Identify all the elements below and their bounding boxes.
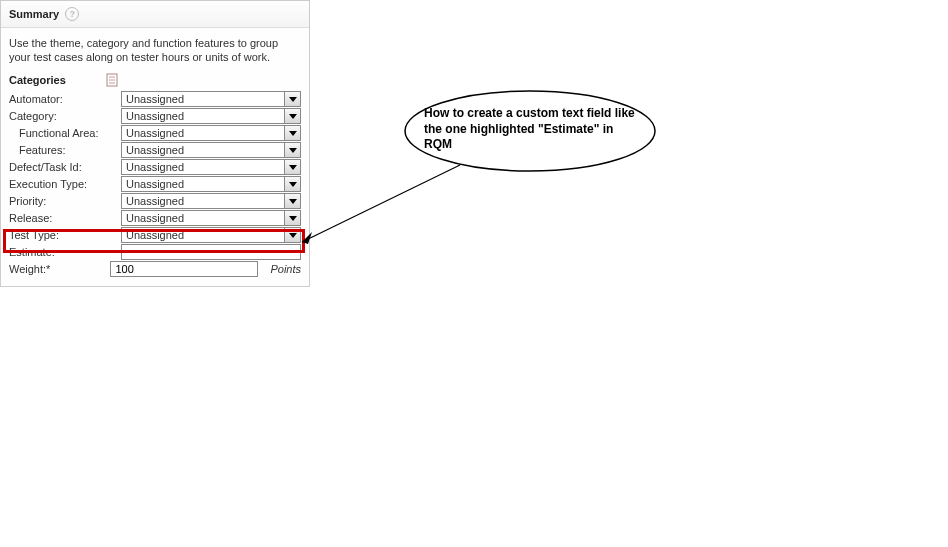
annotation-callout: How to create a custom text field like t… [400, 86, 660, 176]
label-estimate: Estimate: [9, 246, 121, 258]
label-automator: Automator: [9, 93, 121, 105]
row-release: Release: Unassigned [9, 210, 301, 227]
chevron-down-icon [284, 109, 300, 123]
chevron-down-icon [284, 211, 300, 225]
row-funcarea: Functional Area: Unassigned [9, 125, 301, 142]
help-icon[interactable]: ? [65, 7, 79, 21]
chevron-down-icon [284, 177, 300, 191]
categories-manage-icon[interactable] [106, 73, 118, 87]
categories-header: Categories [9, 73, 301, 87]
row-category: Category: Unassigned [9, 108, 301, 125]
row-estimate: Estimate: [9, 244, 301, 261]
combo-defect[interactable]: Unassigned [121, 159, 301, 175]
combo-exectype[interactable]: Unassigned [121, 176, 301, 192]
label-priority: Priority: [9, 195, 121, 207]
chevron-down-icon [284, 126, 300, 140]
combo-automator[interactable]: Unassigned [121, 91, 301, 107]
label-features: Features: [9, 144, 121, 156]
row-automator: Automator: Unassigned [9, 91, 301, 108]
combo-release[interactable]: Unassigned [121, 210, 301, 226]
input-weight[interactable] [110, 261, 258, 277]
annotation-text: How to create a custom text field like t… [424, 106, 644, 153]
combo-priority[interactable]: Unassigned [121, 193, 301, 209]
chevron-down-icon [284, 92, 300, 106]
summary-panel: Summary ? Use the theme, category and fu… [0, 0, 310, 287]
label-category: Category: [9, 110, 121, 122]
label-defect: Defect/Task Id: [9, 161, 121, 173]
label-exectype: Execution Type: [9, 178, 121, 190]
row-features: Features: Unassigned [9, 142, 301, 159]
categories-label: Categories [9, 74, 66, 86]
panel-title: Summary [9, 8, 59, 20]
combo-funcarea[interactable]: Unassigned [121, 125, 301, 141]
combo-testtype[interactable]: Unassigned [121, 227, 301, 243]
chevron-down-icon [284, 160, 300, 174]
svg-line-5 [302, 165, 460, 242]
chevron-down-icon [284, 143, 300, 157]
input-estimate[interactable] [121, 244, 301, 260]
row-weight: Weight:* Points [9, 261, 301, 278]
combo-category[interactable]: Unassigned [121, 108, 301, 124]
row-priority: Priority: Unassigned [9, 193, 301, 210]
label-funcarea: Functional Area: [9, 127, 121, 139]
label-weight: Weight:* [9, 263, 110, 275]
chevron-down-icon [284, 194, 300, 208]
label-release: Release: [9, 212, 121, 224]
row-testtype: Test Type: Unassigned [9, 227, 301, 244]
intro-text: Use the theme, category and function fea… [9, 36, 301, 65]
panel-body: Use the theme, category and function fea… [1, 28, 309, 286]
combo-features[interactable]: Unassigned [121, 142, 301, 158]
row-exectype: Execution Type: Unassigned [9, 176, 301, 193]
label-testtype: Test Type: [9, 229, 121, 241]
panel-header: Summary ? [1, 1, 309, 28]
row-defect: Defect/Task Id: Unassigned [9, 159, 301, 176]
weight-unit: Points [270, 263, 301, 275]
chevron-down-icon [284, 228, 300, 242]
